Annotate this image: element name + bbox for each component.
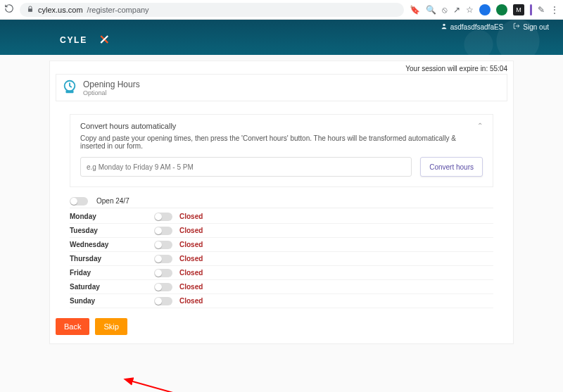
browser-extensions: 🔖 🔍 ⦸ ↗ ☆ M ✎ ⋮	[410, 4, 559, 15]
open-247-toggle[interactable]	[70, 197, 88, 206]
open-247-row: Open 24/7	[70, 194, 493, 208]
footer-buttons: Back Skip	[56, 318, 507, 335]
day-toggle[interactable]	[154, 283, 172, 291]
day-row: WednesdayClosed	[70, 238, 493, 252]
extension-green-icon[interactable]	[496, 4, 507, 15]
section-header: Opening Hours Optional	[56, 74, 507, 101]
day-label: Thursday	[70, 255, 154, 263]
convert-hours-button[interactable]: Convert hours	[420, 157, 483, 177]
day-label: Wednesday	[70, 241, 154, 248]
day-row: MondayClosed	[70, 210, 493, 224]
pen-ext-icon[interactable]: ✎	[538, 5, 545, 15]
day-toggle[interactable]	[154, 213, 172, 221]
sign-out-label: Sign out	[523, 23, 549, 31]
session-time: 55:04	[490, 65, 507, 72]
section-subtitle: Optional	[83, 89, 140, 96]
convert-title: Convert hours automatically	[80, 122, 483, 130]
url-path: /register-company	[87, 6, 149, 14]
user-icon	[441, 23, 448, 31]
site-header: asdfasdfsadfaES Sign out CYLE	[0, 20, 563, 55]
day-label: Saturday	[70, 283, 154, 291]
day-label: Friday	[70, 269, 154, 277]
session-label: Your session will expire in:	[405, 65, 490, 72]
day-toggle[interactable]	[154, 255, 172, 263]
day-status: Closed	[179, 283, 203, 291]
day-row: SundayClosed	[70, 294, 493, 308]
sign-out-link[interactable]: Sign out	[513, 23, 549, 31]
extension-blue-icon[interactable]	[479, 4, 491, 15]
day-toggle[interactable]	[154, 269, 172, 277]
user-menu[interactable]: asdfasdfsadfaES	[441, 23, 504, 31]
convert-description: Copy and paste your opening times, then …	[80, 134, 483, 150]
username: asdfasdfsadfaES	[450, 23, 504, 31]
svg-rect-5	[66, 91, 74, 94]
collapse-caret-icon[interactable]: ⌃	[477, 122, 483, 129]
browser-chrome: cylex.us.com/register-company 🔖 🔍 ⦸ ↗ ☆ …	[0, 0, 563, 20]
signout-icon	[513, 23, 520, 31]
back-button[interactable]: Back	[56, 318, 89, 335]
svg-point-0	[443, 24, 445, 26]
star-icon[interactable]: ☆	[466, 5, 474, 15]
day-toggle[interactable]	[154, 241, 172, 249]
page-body: Your session will expire in: 55:04 Openi…	[0, 55, 563, 392]
more-icon[interactable]: ⋮	[550, 5, 559, 15]
day-label: Tuesday	[70, 227, 154, 234]
extension-m-icon[interactable]: M	[513, 4, 524, 15]
day-status: Closed	[179, 227, 203, 234]
annotation-arrow	[127, 377, 225, 392]
day-status: Closed	[179, 269, 203, 277]
open-247-label: Open 24/7	[96, 197, 129, 205]
session-expiry: Your session will expire in: 55:04	[50, 61, 513, 74]
section-title: Opening Hours	[83, 80, 140, 89]
block-ext-icon[interactable]: ⦸	[442, 5, 448, 15]
reload-icon[interactable]	[4, 4, 14, 15]
day-status: Closed	[179, 213, 203, 220]
clock-icon	[62, 79, 77, 96]
svg-line-6	[130, 381, 218, 392]
skip-button[interactable]: Skip	[95, 318, 127, 335]
cylex-logo[interactable]: CYLE	[60, 34, 137, 49]
day-label: Sunday	[70, 297, 154, 305]
day-status: Closed	[179, 255, 203, 263]
day-row: FridayClosed	[70, 266, 493, 280]
convert-hours-input[interactable]	[80, 157, 412, 177]
day-row: TuesdayClosed	[70, 224, 493, 238]
svg-text:CYLE: CYLE	[60, 35, 87, 45]
day-label: Monday	[70, 213, 154, 220]
address-bar[interactable]: cylex.us.com/register-company	[20, 3, 404, 17]
content-card: Your session will expire in: 55:04 Openi…	[49, 61, 514, 344]
day-toggle[interactable]	[154, 227, 172, 235]
day-toggle[interactable]	[154, 297, 172, 305]
day-row: ThursdayClosed	[70, 252, 493, 266]
tag-icon[interactable]: 🔖	[410, 5, 420, 15]
share-ext-icon[interactable]: ↗	[453, 5, 460, 15]
day-status: Closed	[179, 241, 203, 248]
lock-icon	[27, 6, 34, 14]
convert-hours-panel: ⌃ Convert hours automatically Copy and p…	[70, 114, 493, 187]
extension-purple-icon[interactable]	[530, 4, 532, 15]
url-host: cylex.us.com	[38, 6, 83, 14]
day-status: Closed	[179, 297, 203, 305]
day-row: SaturdayClosed	[70, 280, 493, 294]
search-ext-icon[interactable]: 🔍	[426, 5, 436, 15]
